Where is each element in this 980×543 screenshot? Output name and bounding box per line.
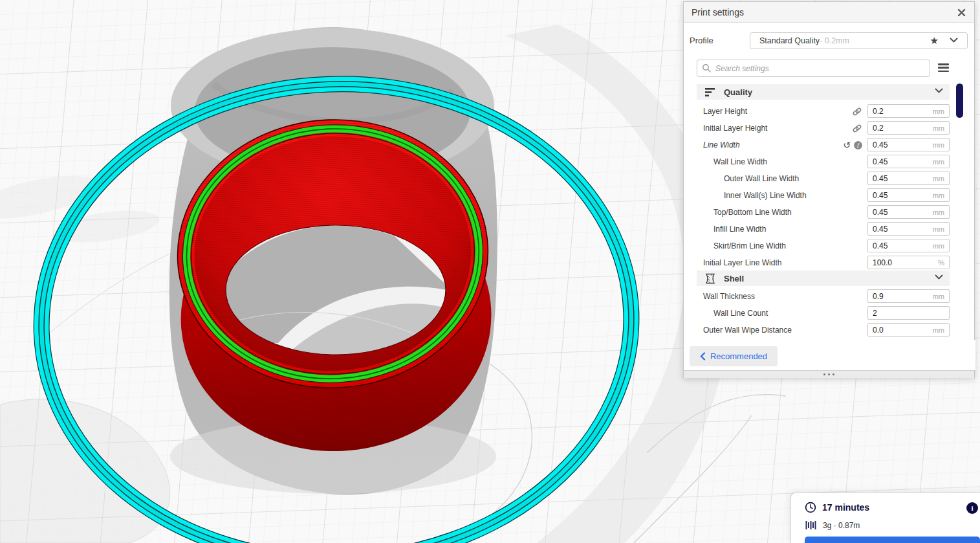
setting-label: Inner Wall(s) Line Width (724, 191, 807, 200)
setting-value: 0.45 (873, 241, 887, 250)
setting-input[interactable]: 0.45 mm (867, 155, 950, 168)
setting-unit: mm (933, 208, 944, 216)
panel-footer: Recommended (684, 340, 975, 370)
setting-unit: mm (933, 293, 944, 300)
setting-row: Wall Line Width 0.45 mm (684, 153, 975, 170)
setting-value: 0.45 (873, 225, 887, 234)
material-row: 3g · 0.87m (805, 520, 860, 531)
setting-unit: mm (933, 107, 944, 115)
setting-unit: mm (933, 192, 944, 199)
setting-unit: % (938, 259, 944, 267)
info-icon[interactable]: i (966, 502, 978, 514)
search-row: Search settings (684, 60, 974, 78)
setting-row: Outer Wall Line Width 0.45 mm (684, 170, 975, 187)
print-settings-panel: Print settings Profile Standard Quality … (683, 1, 975, 378)
star-icon[interactable]: ★ (930, 35, 939, 47)
setting-input[interactable]: 0.45 mm (867, 188, 950, 202)
quality-icon (704, 87, 716, 98)
setting-row: Initial Layer Height 0.2 mm (684, 120, 975, 137)
setting-value: 0.9 (873, 292, 884, 301)
section-title: Shell (724, 274, 744, 283)
cura-window: { "panel": { "title": "Print settings", … (0, 0, 980, 543)
setting-row: Inner Wall(s) Line Width 0.45 mm (684, 187, 975, 204)
setting-input[interactable]: 0.9 mm (867, 289, 950, 303)
setting-unit: mm (933, 242, 944, 250)
formula-icon[interactable]: f (854, 141, 862, 150)
setting-input[interactable]: 0.2 mm (867, 121, 950, 135)
setting-value: 2 (873, 309, 877, 318)
profile-row: Profile Standard Quality - 0.2mm ★ (684, 30, 974, 51)
setting-input[interactable]: 0.45 mm (867, 172, 950, 185)
setting-unit: mm (933, 124, 944, 132)
setting-value: 0.45 (873, 191, 887, 200)
setting-row: Skirt/Brim Line Width 0.45 mm (684, 238, 975, 254)
setting-label: Outer Wall Wipe Distance (703, 326, 792, 335)
setting-row: Infill Line Width 0.45 mm (684, 221, 975, 238)
search-icon (702, 63, 712, 73)
settings-menu-icon[interactable] (938, 63, 949, 72)
setting-input[interactable]: 100.0 % (867, 256, 950, 269)
setting-input[interactable]: 0.45 mm (867, 205, 950, 219)
setting-unit: mm (933, 225, 944, 233)
setting-value: 100.0 (873, 258, 892, 267)
setting-unit: mm (933, 326, 944, 334)
recommended-button[interactable]: Recommended (690, 346, 778, 366)
settings-scrollbar[interactable] (956, 83, 963, 118)
setting-input[interactable]: 0.45 mm (867, 222, 950, 236)
setting-value: 0.45 (873, 208, 887, 217)
setting-row: Top/Bottom Line Width 0.45 mm (684, 204, 975, 221)
link-icon (852, 107, 862, 116)
setting-value: 0.45 (873, 140, 887, 150)
clock-icon (805, 502, 816, 513)
profile-dropdown[interactable]: Standard Quality - 0.2mm ★ (750, 32, 968, 49)
setting-value: 0.2 (873, 107, 884, 116)
setting-row: Layer Height 0.2 mm (684, 103, 975, 120)
setting-label: Wall Thickness (703, 292, 755, 301)
setting-label: Skirt/Brim Line Width (713, 241, 786, 250)
setting-label: Wall Line Width (713, 157, 767, 166)
setting-row: Wall Thickness 0.9 mm (684, 288, 975, 305)
setting-input[interactable]: 0.0 mm (867, 323, 950, 337)
setting-input[interactable]: 2 (867, 306, 950, 320)
setting-row: Line Width ↺ f 0.45 mm (684, 137, 975, 153)
chevron-down-icon[interactable] (935, 274, 943, 280)
material-icon (805, 520, 816, 531)
chevron-down-icon[interactable] (950, 38, 958, 43)
profile-label: Profile (690, 36, 713, 45)
chevron-down-icon[interactable] (935, 88, 943, 94)
chevron-left-icon (700, 352, 706, 360)
setting-row: Initial Layer Line Width 100.0 % (684, 254, 975, 271)
section-header-quality[interactable]: Quality (697, 84, 950, 100)
action-button-sliver[interactable] (805, 537, 980, 543)
setting-value: 0.2 (873, 124, 884, 133)
panel-title: Print settings (684, 7, 744, 17)
material-usage: 3g · 0.87m (823, 521, 860, 530)
print-time-row: 17 minutes (805, 502, 869, 513)
print-summary-card: 17 minutes 3g · 0.87m i (790, 493, 980, 543)
close-icon[interactable] (953, 5, 969, 20)
recommended-label: Recommended (710, 351, 767, 361)
search-input[interactable]: Search settings (697, 60, 930, 77)
setting-label: Wall Line Count (713, 309, 768, 318)
panel-resize-handle[interactable] (684, 370, 974, 378)
setting-input[interactable]: 0.45 mm (867, 138, 950, 151)
section-title: Quality (724, 87, 752, 97)
shell-icon (704, 273, 716, 284)
link-icon (852, 124, 862, 133)
setting-value: 0.45 (873, 174, 887, 183)
setting-input[interactable]: 0.45 mm (867, 239, 950, 252)
print-time: 17 minutes (822, 502, 869, 513)
setting-value: 0.45 (873, 157, 887, 166)
setting-label: Layer Height (703, 107, 747, 116)
setting-label: Initial Layer Line Width (703, 258, 781, 267)
setting-input[interactable]: 0.2 mm (867, 104, 950, 118)
setting-label: Line Width (703, 140, 740, 150)
profile-suffix: - 0.2mm (820, 36, 849, 45)
section-header-shell[interactable]: Shell (697, 271, 950, 286)
revert-icon[interactable]: ↺ (843, 140, 851, 150)
settings-scroll-area[interactable]: Quality Layer Height 0.2 mm Initial Laye… (684, 82, 975, 340)
setting-label: Initial Layer Height (703, 124, 767, 133)
setting-unit: mm (933, 141, 944, 149)
setting-label: Outer Wall Line Width (724, 174, 799, 183)
setting-row: Outer Wall Wipe Distance 0.0 mm (684, 322, 975, 338)
